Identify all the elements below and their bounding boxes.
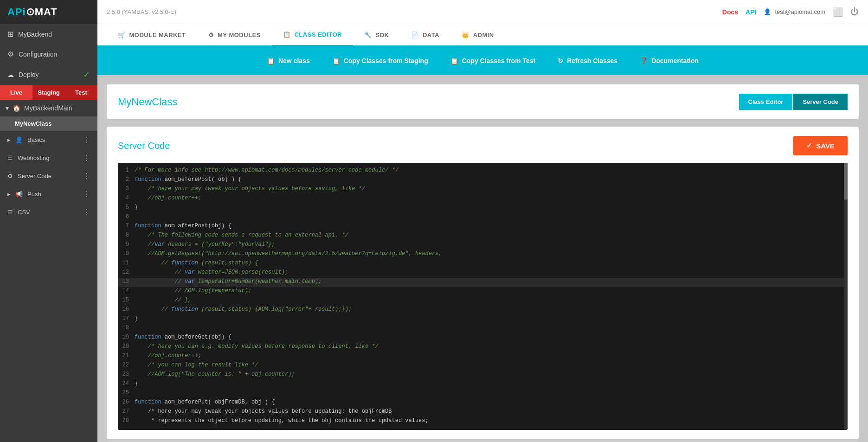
grid-icon: ⊞ <box>7 30 13 38</box>
house-icon: 🏠 <box>13 104 20 112</box>
line-number: 12 <box>118 269 135 275</box>
code-line: 7function aom_afterPost(obj) { <box>118 222 848 231</box>
scrollbar-thumb[interactable] <box>844 163 848 200</box>
section-label: Basics <box>27 136 45 143</box>
copy-test-button[interactable]: 📋 Copy Classes from Test <box>439 46 547 75</box>
power-icon[interactable]: ⏻ <box>850 7 859 17</box>
code-line: 23 //AOM.log("The counter is: " + obj.co… <box>118 371 848 380</box>
code-line: 26function aom_beforePut( objFromDB, obj… <box>118 398 848 408</box>
refresh-icon: ↻ <box>558 57 563 64</box>
line-number: 14 <box>118 288 135 294</box>
line-content: // }, <box>135 297 848 303</box>
clipboard-icon: 📋 <box>283 31 291 38</box>
env-tab-test[interactable]: Test <box>65 85 97 100</box>
sidebar-item-mybackend[interactable]: ⊞ MyBackend <box>0 24 97 44</box>
code-line: 5} <box>118 204 848 213</box>
checkmark-icon: ✓ <box>806 141 812 150</box>
user-info: 👤 test@apiomat.com <box>764 8 825 15</box>
tab-module-market[interactable]: 🛒 MODULE MARKET <box>107 24 197 46</box>
more-icon[interactable]: ⋮ <box>83 172 90 180</box>
line-content: //AOM.getRequest("http://api.openweather… <box>135 250 848 257</box>
tab-label: DATA <box>423 32 439 38</box>
line-number: 2 <box>118 176 135 183</box>
line-number: 23 <box>118 371 135 378</box>
line-number: 7 <box>118 223 135 229</box>
code-editor[interactable]: 1/* For more info see http://www.apiomat… <box>118 163 848 430</box>
more-icon[interactable]: ⋮ <box>83 208 90 217</box>
line-number: 11 <box>118 260 135 266</box>
document-icon: 📄 <box>411 32 419 38</box>
line-number: 4 <box>118 195 135 201</box>
backend-header[interactable]: ▾ 🏠 MyBackendMain <box>0 100 97 116</box>
copy-staging-button[interactable]: 📋 Copy Classes from Staging <box>321 46 439 75</box>
csv-icon: ☰ <box>7 209 13 216</box>
line-content: function aom_beforePut( objFromDB, obj )… <box>135 399 848 405</box>
tab-my-modules[interactable]: ⚙ MY MODULES <box>197 24 272 46</box>
line-content: /* here your may tweak your objects valu… <box>135 186 848 192</box>
line-number: 17 <box>118 315 135 322</box>
line-number: 5 <box>118 204 135 211</box>
tab-admin[interactable]: 👑 ADMIN <box>450 24 505 46</box>
class-item-mynewclass[interactable]: MyNewClass <box>0 116 97 131</box>
sidebar-section-push[interactable]: ▸ 📢 Push ⋮ <box>0 185 97 203</box>
server-code-card: Server Code ✓ SAVE 1/* For more info see… <box>107 127 859 439</box>
line-number: 20 <box>118 343 135 350</box>
topbar-right: Docs API 👤 test@apiomat.com ⬜ ⏻ <box>722 7 859 17</box>
env-tab-live[interactable]: Live <box>0 85 32 100</box>
sidebar-section-csv[interactable]: ☰ CSV ⋮ <box>0 203 97 221</box>
more-icon[interactable]: ⋮ <box>83 154 90 162</box>
scrollbar[interactable] <box>844 163 848 430</box>
sidebar: APi⊙MAT ⊞ MyBackend ⚙ Configuration ☁ De… <box>0 0 97 442</box>
code-line: 10 //AOM.getRequest("http://api.openweat… <box>118 250 848 259</box>
line-number: 8 <box>118 232 135 238</box>
line-content: * represents the object before updating,… <box>135 417 848 424</box>
code-line: 22 /* you can log the result like */ <box>118 361 848 371</box>
line-number: 27 <box>118 408 135 415</box>
sidebar-section-basics[interactable]: ▸ 👤 Basics ⋮ <box>0 131 97 149</box>
version-label: 2.5.0 (YAMBAS: v2.5.0-E) <box>107 8 176 15</box>
code-line: 17} <box>118 315 848 324</box>
main-content: 2.5.0 (YAMBAS: v2.5.0-E) Docs API 👤 test… <box>97 0 868 442</box>
section-label: Server Code <box>18 173 51 179</box>
code-line: 21 //obj.counter++; <box>118 352 848 361</box>
line-number: 22 <box>118 362 135 368</box>
tab-class-editor[interactable]: 📋 CLASS EDITOR <box>272 24 353 46</box>
code-line: 27 /* here your may tweak your objects v… <box>118 408 848 417</box>
line-content: // var weather=JSON.parse(result); <box>135 269 848 275</box>
refresh-button[interactable]: ↻ Refresh Classes <box>547 46 629 75</box>
line-content: //obj.counter++; <box>135 195 848 201</box>
env-tab-staging[interactable]: Staging <box>32 85 65 100</box>
code-line: 11 // function (result,status) { <box>118 259 848 269</box>
docs-link[interactable]: Docs <box>722 8 738 16</box>
sidebar-section-servercode[interactable]: ⚙ Server Code ⋮ <box>0 167 97 185</box>
line-content: // function (result,status) { <box>135 260 848 266</box>
line-content: function aom_beforeGet(obj) { <box>135 334 848 340</box>
new-class-label: New class <box>278 57 310 64</box>
save-button[interactable]: ✓ SAVE <box>793 136 848 155</box>
class-editor-tab-button[interactable]: Class Editor <box>739 94 793 110</box>
server-code-tab-button[interactable]: Server Code <box>793 94 848 110</box>
sidebar-section-webhosting[interactable]: ☰ Webhosting ⋮ <box>0 149 97 167</box>
sidebar-item-label: Deploy <box>19 71 39 78</box>
sidebar-item-label: MyBackend <box>18 31 52 38</box>
tab-data[interactable]: 📄 DATA <box>400 24 450 46</box>
more-icon[interactable]: ⋮ <box>83 135 90 144</box>
line-number: 6 <box>118 213 135 220</box>
line-content: /* here your may tweak your objects valu… <box>135 408 848 415</box>
sidebar-item-configuration[interactable]: ⚙ Configuration <box>0 44 97 64</box>
tab-sdk[interactable]: 🔧 SDK <box>353 24 400 46</box>
documentation-button[interactable]: ❓ Documentation <box>629 46 710 75</box>
copy-staging-label: Copy Classes from Staging <box>344 57 428 64</box>
class-tabs: Class Editor Server Code <box>739 94 848 110</box>
user-icon: 👤 <box>764 8 771 15</box>
line-number: 15 <box>118 297 135 303</box>
window-icon[interactable]: ⬜ <box>833 7 843 17</box>
api-link[interactable]: API <box>746 8 756 16</box>
sidebar-item-deploy[interactable]: ☁ Deploy ✓ <box>0 64 97 85</box>
nav-tabs: 🛒 MODULE MARKET ⚙ MY MODULES 📋 CLASS EDI… <box>97 24 868 46</box>
line-content: } <box>135 204 848 211</box>
new-class-button[interactable]: 📋 New class <box>256 46 321 75</box>
code-line: 14 // AOM.log(temperatur); <box>118 287 848 296</box>
line-content: // function (result,status) {AOM.log("er… <box>135 306 848 313</box>
more-icon[interactable]: ⋮ <box>83 190 90 199</box>
